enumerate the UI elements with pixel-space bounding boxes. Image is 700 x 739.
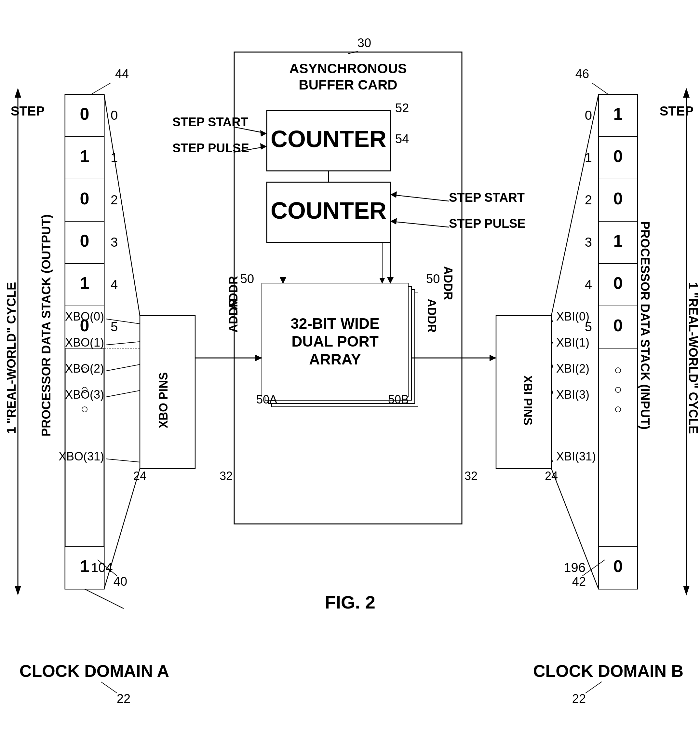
real-world-cycle-left: 1 "REAL-WORLD" CYCLE xyxy=(4,282,18,434)
real-world-cycle-right: 1 "REAL-WORLD" CYCLE xyxy=(686,282,700,434)
svg-text:ARRAY: ARRAY xyxy=(309,351,361,368)
xbo2-label: XBO(2) xyxy=(65,362,104,375)
ref-52: 52 xyxy=(395,101,409,115)
step-left-0: 0 xyxy=(110,108,118,122)
svg-text:4: 4 xyxy=(585,277,592,291)
stack-right-val-3: 1 xyxy=(613,231,623,250)
stack-right-val-0: 1 xyxy=(613,105,623,123)
ref-54: 54 xyxy=(395,132,409,146)
counter2-label: COUNTER xyxy=(271,197,387,224)
clock-domain-b-label: CLOCK DOMAIN B xyxy=(533,661,684,680)
step-right-0: 0 xyxy=(585,108,592,122)
svg-text:3: 3 xyxy=(110,235,118,249)
svg-text:2: 2 xyxy=(585,193,592,207)
stack-right-val-196: 0 xyxy=(613,557,623,576)
xbi3-label: XBI(3) xyxy=(556,388,590,401)
processor-stack-input-label: PROCESSOR DATA STACK (INPUT) xyxy=(638,221,652,430)
counter1-label: COUNTER xyxy=(271,126,387,152)
ref-22-right: 22 xyxy=(572,692,586,705)
svg-text:DUAL PORT: DUAL PORT xyxy=(291,333,379,350)
xbo3-label: XBO(3) xyxy=(65,388,104,401)
ref-46: 46 xyxy=(575,67,589,81)
xbi0-label: XBI(0) xyxy=(556,310,590,323)
step-left-104: 104 xyxy=(91,560,113,575)
async-buffer-label: ASYNCHRONOUS xyxy=(289,61,407,76)
stack-right-val-5: 0 xyxy=(613,316,623,335)
step-right-196: 196 xyxy=(564,560,585,575)
ref-32-right: 32 xyxy=(465,469,478,483)
stack-right-val-1: 0 xyxy=(613,147,623,166)
stack-right-val-2: 0 xyxy=(613,189,623,208)
xbo0-label: XBO(0) xyxy=(65,310,104,323)
addr-right-label: ADDR xyxy=(425,299,438,333)
xbi1-label: XBI(1) xyxy=(556,336,590,349)
ref-50b: 50B xyxy=(388,393,409,406)
svg-text:5: 5 xyxy=(110,319,118,334)
ref-50a: 50A xyxy=(256,393,277,406)
xbo1-label: XBO(1) xyxy=(65,336,104,349)
ref-44: 44 xyxy=(115,67,129,81)
svg-text:○: ○ xyxy=(81,402,88,416)
stack-left-val-104: 1 xyxy=(80,557,90,576)
svg-text:○: ○ xyxy=(614,382,622,396)
ref-42: 42 xyxy=(572,575,586,588)
processor-stack-output-label: PROCESSOR DATA STACK (OUTPUT) xyxy=(39,215,53,437)
svg-text:3: 3 xyxy=(585,235,592,249)
ref-22-left: 22 xyxy=(117,692,131,705)
ref-40: 40 xyxy=(113,575,127,588)
svg-text:BUFFER CARD: BUFFER CARD xyxy=(299,77,397,93)
fig-caption: FIG. 2 xyxy=(325,592,375,612)
svg-text:○: ○ xyxy=(614,402,622,416)
step-label-left: STEP xyxy=(11,104,44,118)
stack-left-val-2: 0 xyxy=(80,189,90,208)
xbi2-label: XBI(2) xyxy=(556,362,590,375)
ref-50-right: 50 xyxy=(426,272,440,286)
ref-30: 30 xyxy=(357,36,371,50)
step-label-right: STEP xyxy=(660,104,694,118)
clock-domain-a-label: CLOCK DOMAIN A xyxy=(19,661,169,680)
xbo31-label: XBO(31) xyxy=(59,450,104,463)
addr-left-vertical: ADDR xyxy=(227,276,240,310)
xbi31-label: XBI(31) xyxy=(556,450,596,463)
stack-right-val-4: 0 xyxy=(613,274,623,293)
svg-text:5: 5 xyxy=(585,319,592,334)
stack-left-val-1: 1 xyxy=(80,147,90,166)
ref-24-left: 24 xyxy=(133,469,146,483)
ref-50-left: 50 xyxy=(240,272,254,286)
svg-text:4: 4 xyxy=(110,277,118,291)
dual-port-label-1: 32-BIT WIDE xyxy=(290,315,379,332)
step-pulse-left-label: STEP PULSE xyxy=(172,141,249,155)
stack-left-val-3: 0 xyxy=(80,231,90,250)
step-start-left-label: STEP START xyxy=(172,115,248,129)
stack-left-val-0: 0 xyxy=(80,105,90,123)
svg-text:○: ○ xyxy=(614,362,622,377)
xbo-pins-label: XBO PINS xyxy=(157,372,170,428)
stack-left-val-4: 1 xyxy=(80,274,90,293)
ref-32-left: 32 xyxy=(219,469,232,483)
xbi-pins-label: XBI PINS xyxy=(521,375,534,425)
step-pulse-right-label: STEP PULSE xyxy=(449,217,526,230)
svg-text:2: 2 xyxy=(110,193,118,207)
addr-right-vertical: ADDR xyxy=(441,266,455,300)
step-start-right-label: STEP START xyxy=(449,191,525,205)
